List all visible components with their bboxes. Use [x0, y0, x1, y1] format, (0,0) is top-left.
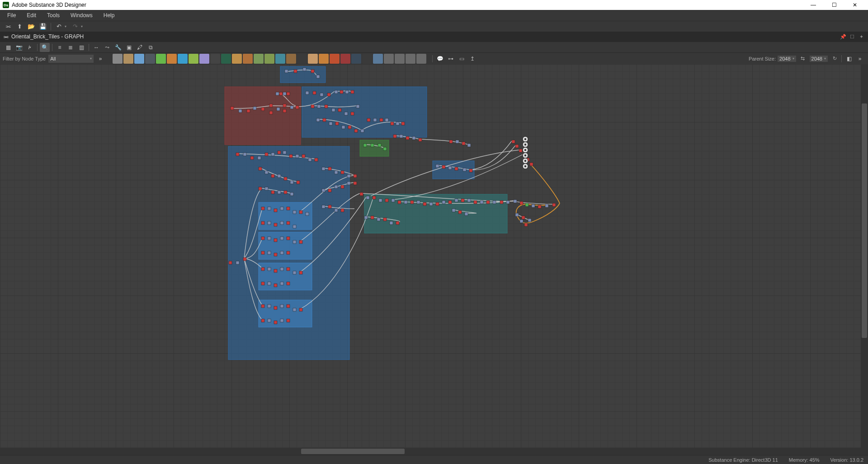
window-minimize-button[interactable]: —	[803, 0, 824, 10]
menu-tools[interactable]: Tools	[42, 10, 65, 21]
node-shortcut-1[interactable]	[123, 54, 133, 64]
svg-rect-127	[261, 267, 264, 271]
svg-rect-8	[259, 300, 312, 327]
node-shortcut-22[interactable]	[351, 54, 361, 64]
svg-rect-206	[469, 169, 472, 172]
svg-rect-67	[393, 135, 396, 138]
save-button[interactable]: 💾	[38, 22, 48, 31]
svg-rect-39	[351, 90, 354, 94]
node-shortcut-6[interactable]	[178, 54, 188, 64]
svg-rect-156	[354, 174, 357, 178]
zoom-button[interactable]: 🔍	[40, 43, 50, 52]
svg-rect-133	[299, 271, 302, 274]
output-up-button[interactable]: ↥	[467, 54, 477, 63]
comment-node-button[interactable]: 💬	[435, 54, 445, 63]
graph-settings-button[interactable]: 🔧	[113, 43, 123, 52]
add-frame-button[interactable]: ▣	[124, 43, 134, 52]
svg-rect-31	[296, 106, 299, 109]
display-mode-button[interactable]: ▦	[3, 43, 13, 52]
highlight-button[interactable]: 🖍	[135, 43, 145, 52]
node-shortcut-16[interactable]	[286, 54, 296, 64]
node-shortcut-7[interactable]	[189, 54, 198, 64]
node-shortcut-28[interactable]	[416, 54, 426, 64]
svg-rect-18	[247, 109, 250, 112]
undo-button[interactable]: ↶	[54, 22, 64, 31]
maximize-panel-button[interactable]: ☐	[848, 33, 856, 41]
node-shortcut-9[interactable]	[210, 54, 220, 64]
node-shortcut-2[interactable]	[134, 54, 144, 64]
pin-panel-button[interactable]: 📌	[839, 33, 847, 41]
parent-width-select[interactable]: 2048▾	[778, 56, 796, 62]
svg-rect-151	[322, 167, 325, 170]
crop-button[interactable]: ⧉	[146, 43, 156, 52]
node-shortcut-13[interactable]	[254, 54, 264, 64]
horizontal-scrollbar[interactable]	[0, 448, 861, 455]
node-shortcut-21[interactable]	[340, 54, 350, 64]
node-shortcut-17[interactable]	[297, 54, 307, 64]
node-shortcut-15[interactable]	[275, 54, 285, 64]
svg-rect-98	[229, 261, 232, 264]
svg-rect-161	[347, 182, 350, 185]
graph-icon-button[interactable]: ⫘	[3, 22, 13, 31]
node-shortcut-26[interactable]	[395, 54, 405, 64]
node-shortcut-11[interactable]	[232, 54, 242, 64]
node-shortcut-5[interactable]	[167, 54, 177, 64]
parent-size-controls: Parent Size: 2048▾ ⇆ 2048▾ ↻ ◧ »	[749, 54, 865, 63]
menu-edit[interactable]: Edit	[21, 10, 42, 21]
graph-canvas[interactable]	[0, 64, 868, 455]
expand-filter-button[interactable]: »	[95, 54, 105, 63]
node-shortcut-19[interactable]	[319, 54, 329, 64]
node-shortcut-8[interactable]	[199, 54, 209, 64]
node-shortcut-14[interactable]	[264, 54, 274, 64]
svg-rect-191	[364, 216, 368, 219]
node-shortcut-20[interactable]	[330, 54, 340, 64]
menu-file[interactable]: File	[2, 10, 21, 21]
view-mode-a-button[interactable]: ◧	[844, 54, 854, 63]
expand-right-button[interactable]: »	[855, 54, 865, 63]
link-size-button[interactable]: ⇆	[799, 55, 807, 63]
focus-panel-button[interactable]: ✦	[857, 33, 865, 41]
window-close-button[interactable]: ✕	[844, 0, 865, 10]
svg-rect-142	[280, 305, 283, 308]
snapshot-button[interactable]: 📷	[14, 43, 24, 52]
node-shortcut-0[interactable]	[113, 54, 123, 64]
svg-point-235	[524, 155, 526, 156]
svg-rect-205	[463, 168, 466, 171]
svg-rect-106	[293, 211, 296, 214]
redo-history-dropdown[interactable]: ▾	[81, 24, 85, 28]
window-maximize-button[interactable]: ☐	[824, 0, 844, 10]
filter-node-type-select[interactable]: All ▾	[48, 55, 94, 63]
vertical-scrollbar[interactable]	[861, 64, 868, 455]
node-shortcut-10[interactable]	[221, 54, 231, 64]
node-shortcut-24[interactable]	[373, 54, 383, 64]
redo-button[interactable]: ↷	[70, 22, 80, 31]
node-shortcut-23[interactable]	[362, 54, 372, 64]
link-curved-button[interactable]: ⤳	[102, 43, 112, 52]
node-shortcut-18[interactable]	[308, 54, 318, 64]
align-left-button[interactable]: ≡	[55, 43, 65, 52]
menu-help[interactable]: Help	[98, 10, 120, 21]
svg-rect-222	[552, 203, 556, 206]
svg-point-239	[524, 165, 526, 167]
pin-node-button[interactable]: ▭	[457, 54, 467, 63]
menu-windows[interactable]: Windows	[65, 10, 98, 21]
align-center-button[interactable]: ≣	[66, 43, 75, 52]
svg-rect-83	[308, 158, 311, 161]
publish-button[interactable]: ⬆	[14, 22, 24, 31]
node-shortcut-4[interactable]	[156, 54, 166, 64]
svg-rect-211	[515, 145, 519, 148]
svg-rect-33	[313, 91, 316, 94]
info-button[interactable]: i▾	[25, 43, 35, 52]
link-straight-button[interactable]: ↔	[91, 43, 101, 52]
svg-rect-72	[236, 153, 239, 156]
align-columns-button[interactable]: ▥	[76, 43, 86, 52]
node-shortcut-3[interactable]	[145, 54, 155, 64]
parent-height-select[interactable]: 2048▾	[810, 56, 828, 62]
open-button[interactable]: 📂	[26, 22, 36, 31]
node-shortcut-25[interactable]	[384, 54, 394, 64]
node-shortcut-12[interactable]	[243, 54, 253, 64]
reset-size-button[interactable]: ↻	[830, 55, 839, 63]
link-node-button[interactable]: ⊶	[446, 54, 456, 63]
node-shortcut-27[interactable]	[406, 54, 415, 64]
undo-history-dropdown[interactable]: ▾	[65, 24, 69, 28]
